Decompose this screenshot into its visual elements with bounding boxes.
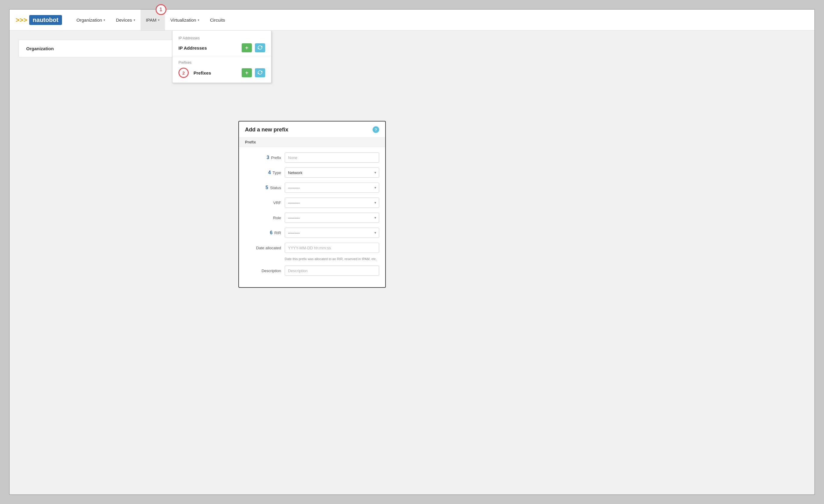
role-select[interactable]: --------- — [285, 213, 379, 223]
prefix-row: 3 Prefix — [245, 150, 379, 165]
brand-name: nautobot — [29, 15, 62, 25]
role-row: Role --------- — [245, 210, 379, 225]
date-allocated-input[interactable] — [285, 243, 379, 253]
type-row: 4 Type Network Container Pool — [245, 165, 379, 180]
chevron-down-icon: ▾ — [104, 18, 105, 22]
nav-item-devices[interactable]: Devices ▾ — [110, 10, 140, 30]
description-label: Description — [245, 268, 281, 273]
app-container: >>> nautobot Organization ▾ Devices ▾ IP… — [9, 9, 815, 495]
ip-addresses-sync-button[interactable] — [255, 43, 265, 52]
status-select[interactable]: --------- — [285, 182, 379, 193]
type-select-wrapper: Network Container Pool — [285, 167, 379, 178]
type-select[interactable]: Network Container Pool — [285, 167, 379, 178]
rir-select[interactable]: --------- — [285, 228, 379, 238]
date-allocated-row: Date allocated Date this prefix was allo… — [245, 240, 379, 263]
step-6-num: 6 — [270, 230, 273, 236]
dropdown-section-ip-addresses: IP Addresses — [173, 34, 271, 41]
vrf-select[interactable]: --------- — [285, 198, 379, 208]
role-select-wrapper: --------- — [285, 213, 379, 223]
prefix-label: 3 Prefix — [245, 155, 281, 160]
rir-label: 6 RIR — [245, 230, 281, 236]
ip-addresses-label[interactable]: IP Addresses — [179, 45, 239, 50]
status-select-wrapper: --------- — [285, 182, 379, 193]
vrf-label: VRF — [245, 201, 281, 205]
chevron-down-icon: ▾ — [158, 18, 160, 22]
prefixes-label[interactable]: Prefixes — [194, 71, 239, 76]
step-4-num: 4 — [268, 170, 271, 175]
nav-item-circuits[interactable]: Circuits — [205, 10, 230, 30]
prefix-input[interactable] — [285, 152, 379, 163]
description-input[interactable] — [285, 265, 379, 276]
step-5-num: 5 — [266, 185, 268, 191]
rir-row: 6 RIR --------- — [245, 225, 379, 240]
org-card: Organization — [19, 40, 175, 57]
add-prefix-dialog: Add a new prefix ? Prefix 3 Prefix 4 — [238, 121, 386, 288]
chevron-down-icon: ▾ — [198, 18, 199, 22]
step-1-annotation: 1 — [156, 4, 167, 15]
prefixes-sync-button[interactable] — [255, 68, 265, 77]
sync-icon — [258, 45, 263, 50]
ipam-dropdown: IP Addresses IP Addresses + Prefixes 2 P… — [172, 31, 272, 83]
dropdown-item-ip-addresses: IP Addresses + — [173, 41, 271, 54]
brand-arrows-icon: >>> — [16, 16, 27, 24]
step-2-annotation: 2 — [179, 68, 189, 78]
role-label: Role — [245, 216, 281, 220]
status-label: 5 Status — [245, 185, 281, 191]
nav-items: Organization ▾ Devices ▾ IPAM ▾ 1 Virtua… — [71, 10, 230, 30]
date-allocated-label: Date allocated — [245, 246, 281, 250]
form-body: 3 Prefix 4 Type Network Container — [239, 147, 385, 281]
rir-select-wrapper: --------- — [285, 228, 379, 238]
dropdown-item-prefixes: 2 Prefixes + — [173, 66, 271, 80]
date-allocated-hint: Date this prefix was allocated to an RIR… — [245, 257, 377, 261]
prefixes-add-button[interactable]: + — [242, 68, 252, 77]
step-3-num: 3 — [267, 155, 269, 160]
brand: >>> nautobot — [16, 15, 62, 25]
vrf-row: VRF --------- — [245, 195, 379, 210]
type-label: 4 Type — [245, 170, 281, 175]
ip-addresses-add-button[interactable]: + — [242, 43, 252, 52]
dropdown-section-prefixes: Prefixes — [173, 58, 271, 66]
dialog-section-label: Prefix — [239, 137, 385, 147]
nav-item-ipam[interactable]: IPAM ▾ 1 — [140, 10, 165, 30]
chevron-down-icon: ▾ — [134, 18, 135, 22]
nav-item-virtualization[interactable]: Virtualization ▾ — [165, 10, 205, 30]
dialog-header: Add a new prefix ? — [239, 122, 385, 137]
status-row: 5 Status --------- — [245, 180, 379, 195]
nav-item-organization[interactable]: Organization ▾ — [71, 10, 110, 30]
description-row: Description — [245, 263, 379, 278]
sync-icon — [258, 71, 263, 75]
vrf-select-wrapper: --------- — [285, 198, 379, 208]
content-area: Organization Add a new prefix ? Prefix 3… — [10, 31, 814, 67]
dialog-help-button[interactable]: ? — [373, 126, 379, 133]
navbar: >>> nautobot Organization ▾ Devices ▾ IP… — [10, 10, 814, 31]
dialog-title: Add a new prefix — [245, 127, 288, 133]
